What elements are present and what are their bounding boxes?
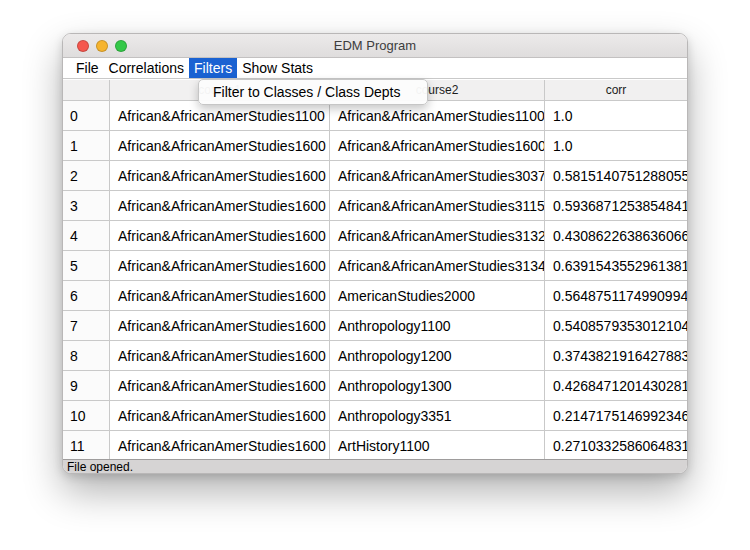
course1-cell: African&AfricanAmerStudies1600 <box>110 131 330 160</box>
corr-cell: 0.5648751174990994 <box>545 281 687 310</box>
filters-dropdown: Filter to Classes / Class Depts <box>198 79 428 105</box>
zoom-button[interactable] <box>115 40 127 52</box>
window-title: EDM Program <box>334 38 416 53</box>
course2-cell: African&AfricanAmerStudies3132 <box>330 221 545 250</box>
table-row[interactable]: 7African&AfricanAmerStudies1600Anthropol… <box>63 311 687 341</box>
course1-cell: African&AfricanAmerStudies1600 <box>110 311 330 340</box>
corr-cell: 0.4268471201430281 <box>545 371 687 400</box>
table-body: 0African&AfricanAmerStudies1100African&A… <box>63 101 687 459</box>
corr-cell: 0.2147175146992346 <box>545 401 687 430</box>
course2-cell: African&AfricanAmerStudies3134 <box>330 251 545 280</box>
course2-cell: African&AfricanAmerStudies3037 <box>330 161 545 190</box>
title-bar: EDM Program <box>63 34 687 58</box>
course2-cell: African&AfricanAmerStudies1100 <box>330 101 545 130</box>
table-row[interactable]: 0African&AfricanAmerStudies1100African&A… <box>63 101 687 131</box>
row-index-cell: 11 <box>63 431 110 459</box>
table-row[interactable]: 5African&AfricanAmerStudies1600African&A… <box>63 251 687 281</box>
status-bar: File opened. <box>63 459 687 473</box>
corr-cell: 0.3743821916427883 <box>545 341 687 370</box>
course1-cell: African&AfricanAmerStudies1600 <box>110 371 330 400</box>
table-row[interactable]: 1African&AfricanAmerStudies1600African&A… <box>63 131 687 161</box>
column-header-index[interactable] <box>63 80 110 100</box>
course1-cell: African&AfricanAmerStudies1600 <box>110 401 330 430</box>
table-row[interactable]: 2African&AfricanAmerStudies1600African&A… <box>63 161 687 191</box>
course1-cell: African&AfricanAmerStudies1600 <box>110 281 330 310</box>
course1-cell: African&AfricanAmerStudies1600 <box>110 251 330 280</box>
course1-cell: African&AfricanAmerStudies1600 <box>110 221 330 250</box>
course2-cell: Anthropology1100 <box>330 311 545 340</box>
row-index-cell: 9 <box>63 371 110 400</box>
minimize-button[interactable] <box>96 40 108 52</box>
dropdown-item-filter-to-classes-class-depts[interactable]: Filter to Classes / Class Depts <box>199 80 427 104</box>
correlations-table: course1course2corr 0African&AfricanAmerS… <box>63 80 687 459</box>
table-row[interactable]: 4African&AfricanAmerStudies1600African&A… <box>63 221 687 251</box>
row-index-cell: 1 <box>63 131 110 160</box>
corr-cell: 0.4308622638636066 <box>545 221 687 250</box>
row-index-cell: 5 <box>63 251 110 280</box>
course1-cell: African&AfricanAmerStudies1600 <box>110 191 330 220</box>
menu-item-filters[interactable]: Filters <box>189 58 237 78</box>
row-index-cell: 4 <box>63 221 110 250</box>
course2-cell: Anthropology1300 <box>330 371 545 400</box>
corr-cell: 0.5936871253854841 <box>545 191 687 220</box>
course1-cell: African&AfricanAmerStudies1600 <box>110 341 330 370</box>
table-row[interactable]: 10African&AfricanAmerStudies1600Anthropo… <box>63 401 687 431</box>
row-index-cell: 6 <box>63 281 110 310</box>
traffic-lights <box>77 40 127 52</box>
menu-bar: FileCorrelationsFiltersShow Stats <box>63 58 687 79</box>
menu-item-file[interactable]: File <box>71 58 104 78</box>
row-index-cell: 0 <box>63 101 110 130</box>
status-text: File opened. <box>67 460 133 474</box>
corr-cell: 1.0 <box>545 131 687 160</box>
row-index-cell: 2 <box>63 161 110 190</box>
row-index-cell: 8 <box>63 341 110 370</box>
corr-cell: 0.5815140751288055 <box>545 161 687 190</box>
table-row[interactable]: 11African&AfricanAmerStudies1600ArtHisto… <box>63 431 687 459</box>
course2-cell: Anthropology1200 <box>330 341 545 370</box>
row-index-cell: 3 <box>63 191 110 220</box>
table-row[interactable]: 8African&AfricanAmerStudies1600Anthropol… <box>63 341 687 371</box>
table-row[interactable]: 9African&AfricanAmerStudies1600Anthropol… <box>63 371 687 401</box>
course1-cell: African&AfricanAmerStudies1600 <box>110 161 330 190</box>
course2-cell: AmericanStudies2000 <box>330 281 545 310</box>
close-button[interactable] <box>77 40 89 52</box>
corr-cell: 0.5408579353012104 <box>545 311 687 340</box>
course2-cell: ArtHistory1100 <box>330 431 545 459</box>
menu-item-show-stats[interactable]: Show Stats <box>237 58 318 78</box>
corr-cell: 1.0 <box>545 101 687 130</box>
course2-cell: African&AfricanAmerStudies1600 <box>330 131 545 160</box>
column-header-corr[interactable]: corr <box>545 80 687 100</box>
corr-cell: 0.27103325860648314 <box>545 431 687 459</box>
course2-cell: African&AfricanAmerStudies3115 <box>330 191 545 220</box>
course1-cell: African&AfricanAmerStudies1600 <box>110 431 330 459</box>
table-row[interactable]: 3African&AfricanAmerStudies1600African&A… <box>63 191 687 221</box>
course1-cell: African&AfricanAmerStudies1100 <box>110 101 330 130</box>
corr-cell: 0.6391543552961381 <box>545 251 687 280</box>
course2-cell: Anthropology3351 <box>330 401 545 430</box>
app-window: EDM Program FileCorrelationsFiltersShow … <box>62 33 688 474</box>
menu-item-correlations[interactable]: Correlations <box>104 58 189 78</box>
row-index-cell: 7 <box>63 311 110 340</box>
row-index-cell: 10 <box>63 401 110 430</box>
table-row[interactable]: 6African&AfricanAmerStudies1600AmericanS… <box>63 281 687 311</box>
